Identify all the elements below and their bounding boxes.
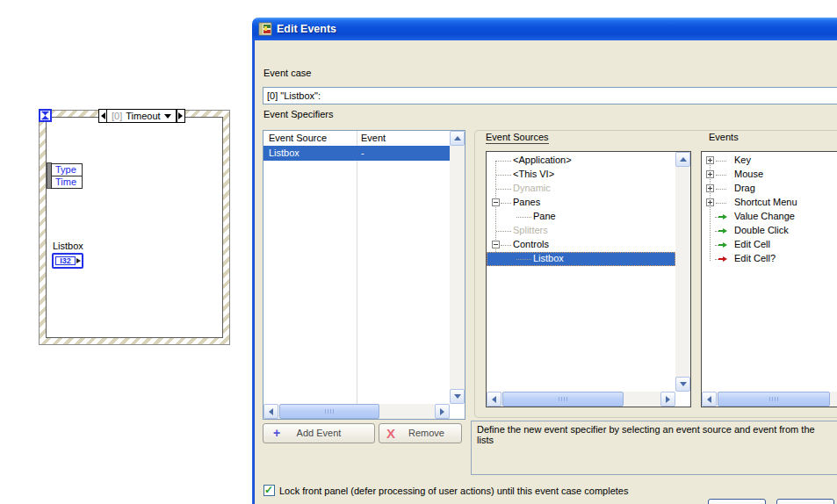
tree-rows: <Application> <This VI> Dynamic Panes Pa… bbox=[487, 154, 675, 266]
events-tree: Key Mouse Drag Shortcut Menu bbox=[701, 151, 837, 407]
event-case-selector-label[interactable]: [0] Timeout bbox=[107, 109, 177, 123]
vertical-scrollbar[interactable] bbox=[675, 152, 690, 392]
scroll-up-icon[interactable] bbox=[450, 131, 465, 146]
tree-item-double-click[interactable]: Double Click bbox=[702, 224, 837, 238]
table-row[interactable]: Listbox - bbox=[263, 146, 450, 161]
scrollbar-thumb[interactable] bbox=[718, 392, 830, 407]
events-label: Events bbox=[709, 132, 739, 142]
dialog-titlebar[interactable]: Edit Events bbox=[252, 18, 837, 40]
tree-item-drag[interactable]: Drag bbox=[702, 182, 837, 196]
previous-case-arrow-icon[interactable] bbox=[98, 109, 107, 123]
scrollbar-thumb[interactable] bbox=[502, 392, 624, 407]
x-icon: X bbox=[386, 424, 395, 443]
dialog-left-border bbox=[252, 40, 255, 504]
tree-item-dynamic[interactable]: Dynamic bbox=[487, 182, 675, 196]
scroll-left-icon[interactable] bbox=[263, 404, 278, 419]
notify-event-icon bbox=[718, 242, 728, 248]
terminal-output-arrow-icon bbox=[76, 258, 81, 263]
expand-icon[interactable] bbox=[706, 156, 714, 164]
terminal-label: Listbox bbox=[53, 241, 83, 251]
scroll-right-icon[interactable] bbox=[435, 404, 450, 419]
ok-button[interactable]: OK bbox=[708, 499, 766, 504]
cancel-button[interactable]: Cancel bbox=[776, 499, 834, 504]
tree-item-controls[interactable]: Controls bbox=[487, 238, 675, 252]
expand-icon[interactable] bbox=[706, 198, 714, 206]
event-sources-tree: <Application> <This VI> Dynamic Panes Pa… bbox=[486, 151, 691, 407]
scrollbar-thumb[interactable] bbox=[279, 404, 379, 419]
scroll-left-icon[interactable] bbox=[702, 392, 717, 407]
remove-button[interactable]: X Remove bbox=[379, 423, 462, 443]
tree-item-mouse[interactable]: Mouse bbox=[702, 168, 837, 182]
dialog-body: Event case Event Specifiers Event Source… bbox=[252, 40, 837, 504]
case-name: Timeout bbox=[126, 111, 160, 121]
horizontal-scrollbar[interactable] bbox=[487, 392, 675, 407]
event-specifiers-table: Event Source Event Listbox - bbox=[263, 130, 465, 420]
labview-app-icon bbox=[258, 22, 272, 36]
tree-rows: Key Mouse Drag Shortcut Menu bbox=[702, 154, 837, 266]
event-structure-content bbox=[46, 117, 223, 338]
scroll-down-icon[interactable] bbox=[450, 389, 465, 404]
event-data-item-time[interactable]: Time bbox=[51, 176, 83, 189]
collapse-icon[interactable] bbox=[492, 241, 500, 248]
horizontal-scrollbar[interactable] bbox=[702, 392, 837, 407]
filter-event-icon bbox=[718, 256, 728, 262]
tree-item-listbox[interactable]: Listbox bbox=[487, 252, 675, 266]
description-text: Define the new event specifier by select… bbox=[477, 424, 815, 445]
lock-front-panel-label: Lock front panel (defer processing of us… bbox=[279, 486, 628, 496]
horizontal-scrollbar[interactable] bbox=[263, 404, 450, 419]
tree-item-value-change[interactable]: Value Change bbox=[702, 210, 837, 224]
collapse-icon[interactable] bbox=[492, 198, 500, 206]
plus-icon: + bbox=[273, 424, 280, 443]
next-case-arrow-icon[interactable] bbox=[177, 109, 185, 123]
add-event-button[interactable]: + Add Event bbox=[263, 423, 375, 443]
tree-item-pane[interactable]: Pane bbox=[487, 210, 675, 224]
tree-item-shortcut-menu[interactable]: Shortcut Menu bbox=[702, 196, 837, 210]
notify-event-icon bbox=[718, 228, 728, 234]
tree-item-edit-cell[interactable]: Edit Cell bbox=[702, 238, 837, 252]
tree-item-this-vi[interactable]: <This VI> bbox=[487, 168, 675, 182]
cell-event-source: Listbox bbox=[269, 148, 299, 158]
edit-events-dialog: Edit Events Event case Event Specifiers … bbox=[252, 18, 837, 504]
terminal-datatype: I32 bbox=[55, 256, 76, 265]
notify-event-icon bbox=[718, 214, 728, 220]
event-structure-border[interactable] bbox=[39, 110, 230, 345]
tree-item-application[interactable]: <Application> bbox=[487, 154, 675, 168]
column-header-event[interactable]: Event bbox=[361, 133, 386, 143]
scroll-up-icon[interactable] bbox=[675, 152, 690, 167]
description-box: Define the new event specifier by select… bbox=[471, 421, 837, 475]
event-data-item-type[interactable]: Type bbox=[51, 163, 83, 176]
event-case-selector: [0] Timeout bbox=[98, 109, 185, 123]
scroll-down-icon[interactable] bbox=[675, 377, 690, 392]
expand-icon[interactable] bbox=[706, 170, 714, 178]
scroll-right-icon[interactable] bbox=[660, 392, 675, 407]
vertical-scrollbar[interactable] bbox=[450, 131, 465, 404]
lock-front-panel-checkbox[interactable] bbox=[263, 485, 275, 496]
tree-item-edit-cell-filter[interactable]: Edit Cell? bbox=[702, 252, 837, 266]
scroll-left-icon[interactable] bbox=[487, 392, 501, 407]
event-specifiers-label: Event Specifiers bbox=[263, 109, 333, 119]
timeout-terminal-icon[interactable] bbox=[39, 109, 52, 122]
screenshot-root: [0] Timeout Type Time Listbox I32 Edit E… bbox=[0, 0, 837, 504]
event-case-label: Event case bbox=[263, 68, 311, 78]
tree-item-splitters[interactable]: Splitters bbox=[487, 224, 675, 238]
column-divider bbox=[357, 131, 357, 404]
tree-item-panes[interactable]: Panes bbox=[487, 196, 675, 210]
listbox-terminal[interactable]: I32 bbox=[52, 253, 83, 269]
tree-item-key[interactable]: Key bbox=[702, 154, 837, 168]
expand-icon[interactable] bbox=[706, 184, 714, 192]
case-index: [0] bbox=[112, 111, 122, 121]
dropdown-arrow-icon[interactable] bbox=[164, 114, 171, 119]
column-header-event-source[interactable]: Event Source bbox=[269, 133, 327, 143]
event-sources-label: Event Sources bbox=[486, 132, 549, 144]
event-case-field[interactable] bbox=[263, 87, 837, 104]
dialog-title: Edit Events bbox=[277, 23, 336, 35]
cell-event: - bbox=[361, 148, 364, 158]
